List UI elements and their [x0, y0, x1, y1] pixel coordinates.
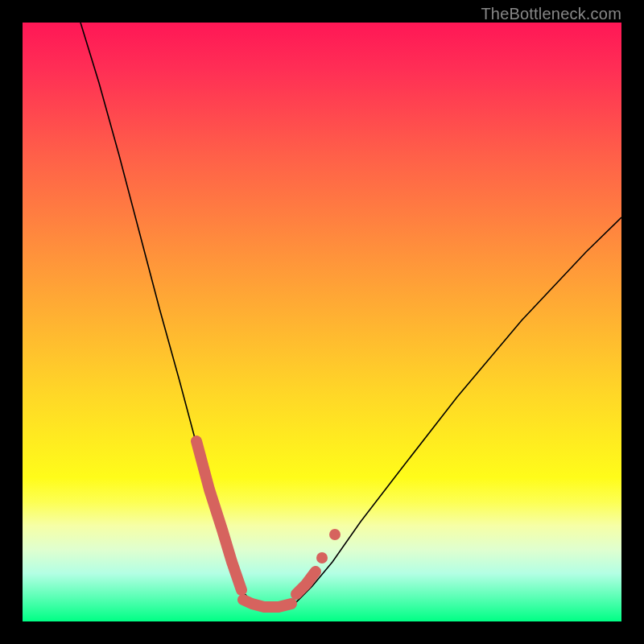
bottleneck-curve	[80, 23, 621, 608]
highlight-left	[196, 441, 242, 590]
highlight-right	[296, 572, 316, 594]
chart-area	[23, 23, 621, 621]
plot-svg	[23, 23, 621, 621]
highlight-floor	[243, 600, 291, 607]
highlight-dots	[316, 529, 341, 564]
watermark: TheBottleneck.com	[481, 5, 621, 23]
highlight-dot	[316, 552, 328, 564]
highlight-dot	[329, 529, 341, 540]
